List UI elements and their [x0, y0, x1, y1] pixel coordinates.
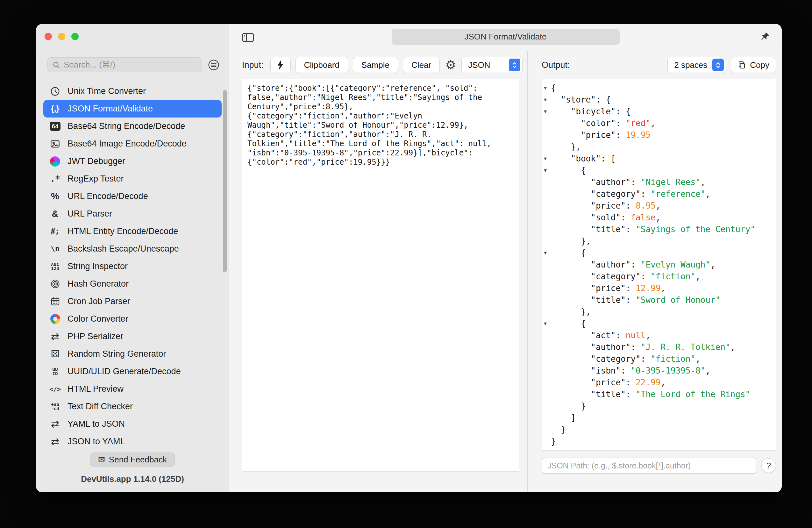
sidebar-item-url-encode-decode[interactable]: %URL Encode/Decode	[43, 188, 222, 205]
filter-menu-button[interactable]	[207, 58, 221, 72]
search-input[interactable]	[64, 60, 198, 70]
lightning-icon	[277, 60, 284, 70]
sidebar-item-backslash-escape-unescape[interactable]: \nBackslash Escape/Unescape	[43, 240, 222, 258]
fold-triangle-icon[interactable]: ▾	[544, 155, 551, 162]
regexp-icon: .*	[48, 172, 62, 186]
sidebar-item-label: URL Parser	[68, 209, 112, 219]
output-line: "author": "Evelyn Waugh",	[544, 259, 772, 270]
output-line: "category": "fiction",	[544, 270, 772, 282]
input-editor[interactable]: {"store":{"book":[{"category":"reference…	[242, 79, 519, 472]
active-tool-tab[interactable]: JSON Format/Validate	[392, 29, 620, 45]
sidebar-item-label: HTML Entity Encode/Decode	[68, 226, 178, 236]
output-code: ]	[551, 413, 576, 423]
output-line: "price": 22.99,	[544, 376, 772, 388]
clipboard-button[interactable]: Clipboard	[295, 57, 348, 73]
sidebar-item-hash-generator[interactable]: Hash Generator	[43, 275, 222, 292]
sidebar-item-regexp-tester[interactable]: .*RegExp Tester	[43, 170, 222, 188]
output-line: ▾ {	[544, 317, 772, 329]
json-braces-icon: {,}	[48, 102, 62, 116]
sidebar-item-cron-job-parser[interactable]: Cron Job Parser	[43, 292, 222, 310]
sidebar-item-php-serializer[interactable]: ⇄PHP Serializer	[43, 328, 222, 345]
output-code: "bicycle": {	[551, 107, 630, 116]
search-box[interactable]	[47, 57, 202, 72]
fold-triangle-icon[interactable]: ▾	[544, 84, 551, 91]
settings-gear-button[interactable]: ⚙	[445, 59, 456, 71]
auto-detect-button[interactable]	[270, 57, 291, 73]
fold-triangle-icon[interactable]: ▾	[544, 167, 551, 174]
fold-triangle-icon[interactable]: ▾	[544, 108, 551, 115]
fingerprint-icon	[48, 277, 62, 291]
output-toolbar: Output: 2 spaces Copy	[542, 51, 776, 79]
sidebar-item-json-format-validate[interactable]: {,}JSON Format/Validate	[43, 100, 222, 117]
output-code: "author": "Nigel Rees",	[551, 177, 705, 187]
output-line: ▾ "bicycle": {	[544, 105, 772, 117]
sidebar-item-text-diff-checker[interactable]: +ab-cdText Diff Checker	[43, 398, 222, 415]
sidebar-item-jwt-debugger[interactable]: JWT Debugger	[43, 153, 222, 170]
menu-icon	[207, 59, 220, 71]
sidebar-item-json-to-yaml[interactable]: ⇄JSON to YAML	[43, 433, 222, 450]
fold-triangle-icon[interactable]: ▾	[544, 249, 551, 256]
output-code: "title": "The Lord of the Rings"	[551, 389, 750, 399]
output-line: }	[544, 424, 772, 435]
sidebar-item-label: String Inspector	[68, 261, 128, 271]
sidebar-item-label: Base64 String Encode/Decode	[68, 121, 185, 131]
pin-button[interactable]	[760, 31, 770, 42]
main-area: JSON Format/Validate Input: Clipboard Sa…	[229, 24, 782, 492]
sample-button[interactable]: Sample	[353, 57, 398, 73]
copy-button[interactable]: Copy	[731, 57, 776, 73]
sidebar-item-yaml-to-json[interactable]: ⇄YAML to JSON	[43, 415, 222, 433]
sidebar-item-random-string-generator[interactable]: ⚄Random String Generator	[43, 345, 222, 363]
sidebar-item-uuid-ulid-generate-decode[interactable]: UUIDUUID/ULID Generate/Decode	[43, 363, 222, 380]
output-panel: Output: 2 spaces Copy ▾{	[528, 51, 782, 492]
sidebar-item-html-entity-encode-decode[interactable]: #;HTML Entity Encode/Decode	[43, 223, 222, 240]
json-path-input[interactable]	[542, 458, 756, 473]
sidebar-scrollbar[interactable]	[223, 90, 227, 272]
envelope-icon: ✉	[98, 455, 105, 465]
send-feedback-button[interactable]: ✉ Send Feedback	[90, 453, 175, 467]
sidebar-item-string-inspector[interactable]: ABC123String Inspector	[43, 258, 222, 275]
help-button[interactable]: ?	[762, 458, 776, 473]
pin-icon	[760, 31, 770, 42]
output-line: },	[544, 235, 772, 247]
search-row	[47, 57, 221, 72]
output-line: ▾ "book": [	[544, 153, 772, 164]
desktop-background: Unix Time Converter{,}JSON Format/Valida…	[0, 0, 812, 528]
minimize-button[interactable]	[58, 33, 65, 40]
sidebar-item-label: Base64 Image Encode/Decode	[68, 139, 187, 149]
format-select[interactable]: JSON	[461, 57, 523, 73]
output-line: "color": "red",	[544, 117, 772, 129]
indent-select[interactable]: 2 spaces	[667, 57, 726, 73]
image-icon	[48, 137, 62, 151]
output-line: "author": "J. R. R. Tolkien",	[544, 341, 772, 353]
sidebar-item-color-converter[interactable]: Color Converter	[43, 310, 222, 328]
output-code: },	[551, 236, 591, 246]
sidebar-item-label: Unix Time Converter	[68, 86, 146, 96]
clear-button[interactable]: Clear	[403, 57, 440, 73]
output-editor[interactable]: ▾{▾ "store": {▾ "bicycle": { "color": "r…	[542, 79, 776, 451]
format-select-value: JSON	[468, 60, 490, 70]
output-code: "title": "Sword of Honour"	[551, 295, 720, 305]
sidebar-item-label: Hash Generator	[68, 279, 129, 289]
close-button[interactable]	[45, 33, 52, 40]
sidebar-item-label: JSON to YAML	[68, 437, 125, 446]
app-version: DevUtils.app 1.14.0 (125D)	[81, 474, 184, 484]
output-code: }	[551, 425, 566, 434]
sidebar-item-base64-string-encode-decode[interactable]: 64Base64 String Encode/Decode	[43, 117, 222, 135]
sidebar-toggle-button[interactable]	[242, 32, 254, 42]
sidebar-item-unix-time-converter[interactable]: Unix Time Converter	[43, 83, 222, 100]
sidebar-item-label: URL Encode/Decode	[68, 191, 148, 201]
zoom-button[interactable]	[71, 33, 79, 40]
fold-triangle-icon[interactable]: ▾	[544, 96, 551, 103]
stepper-icon	[712, 59, 724, 71]
input-toolbar: Input: Clipboard Sample Clear ⚙ JSON	[242, 51, 519, 79]
fold-triangle-icon[interactable]: ▾	[544, 320, 551, 327]
sidebar-item-html-preview[interactable]: </>HTML Preview	[43, 380, 222, 398]
output-line: ▾ {	[544, 164, 772, 176]
output-code: "author": "Evelyn Waugh",	[551, 260, 715, 269]
output-line: "price": 19.95	[544, 129, 772, 141]
calendar-icon	[48, 295, 62, 308]
traffic-lights	[36, 24, 229, 40]
sidebar-footer: ✉ Send Feedback DevUtils.app 1.14.0 (125…	[36, 450, 229, 492]
sidebar-item-base64-image-encode-decode[interactable]: Base64 Image Encode/Decode	[43, 135, 222, 153]
sidebar-item-url-parser[interactable]: &URL Parser	[43, 205, 222, 223]
